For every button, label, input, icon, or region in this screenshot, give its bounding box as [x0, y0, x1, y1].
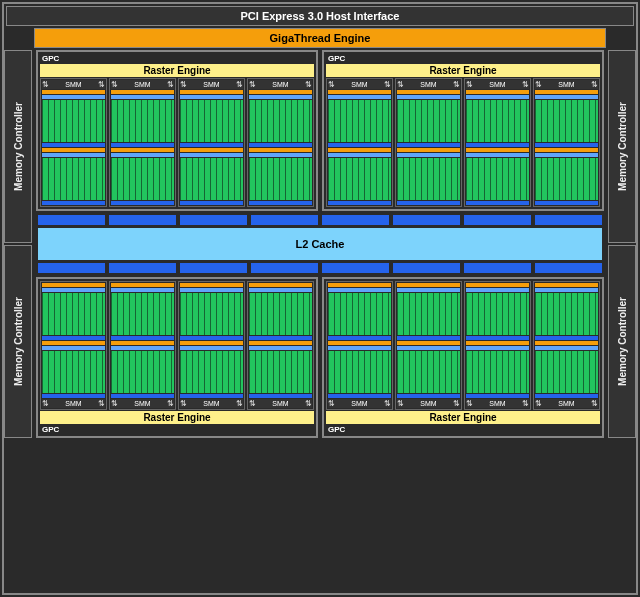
warp-scheduler: [42, 90, 105, 94]
main-region: Memory Controller Memory Controller GPC …: [4, 50, 636, 438]
smm: ⇅SMM⇅: [40, 78, 107, 207]
raster-engine: Raster Engine: [40, 64, 314, 77]
gpu-chip-diagram: PCI Express 3.0 Host Interface GigaThrea…: [2, 2, 638, 595]
gpc: GPC Raster Engine ⇅SMM⇅ ⇅SMM⇅ ⇅SMM⇅ ⇅SMM…: [322, 50, 604, 211]
l2-segments-bottom: [38, 263, 602, 273]
l2-zone: L2 Cache: [32, 211, 608, 277]
pci-interface: PCI Express 3.0 Host Interface: [6, 6, 634, 26]
polymorph-arrow-icon: ⇅: [98, 80, 105, 89]
memory-controller-label: Memory Controller: [13, 297, 24, 386]
cuda-cores: [42, 100, 105, 142]
l2-cache: L2 Cache: [38, 228, 602, 260]
memory-controller: Memory Controller: [4, 50, 32, 243]
warp-scheduler: [42, 148, 105, 152]
gpc: GPC Raster Engine ⇅SMM⇅ ⇅SMM⇅ ⇅SMM⇅ ⇅SMM…: [322, 277, 604, 438]
gpc: GPC Raster Engine ⇅SMM⇅ ⇅SMM⇅ ⇅SMM⇅ ⇅SMM…: [36, 277, 318, 438]
memory-controller: Memory Controller: [608, 50, 636, 243]
memory-controller: Memory Controller: [4, 245, 32, 438]
center-column: GPC Raster Engine ⇅SMM⇅ ⇅SMM⇅: [32, 50, 608, 438]
gpc-row-top: GPC Raster Engine ⇅SMM⇅ ⇅SMM⇅: [32, 50, 608, 211]
gpc-label: GPC: [40, 54, 314, 63]
l1-cache: [42, 201, 105, 205]
memory-controller: Memory Controller: [608, 245, 636, 438]
memory-controllers-left: Memory Controller Memory Controller: [4, 50, 32, 438]
l1-cache: [42, 143, 105, 147]
smm: ⇅SMM⇅: [109, 78, 176, 207]
gpc: GPC Raster Engine ⇅SMM⇅ ⇅SMM⇅: [36, 50, 318, 211]
gpc-row-bottom: GPC Raster Engine ⇅SMM⇅ ⇅SMM⇅ ⇅SMM⇅ ⇅SMM…: [32, 277, 608, 438]
smm-label: SMM: [65, 81, 81, 88]
memory-controllers-right: Memory Controller Memory Controller: [608, 50, 636, 438]
l2-segment: [38, 215, 105, 225]
memory-controller-label: Memory Controller: [13, 102, 24, 191]
smm: ⇅SMM⇅: [178, 78, 245, 207]
l2-segments-top: [38, 215, 602, 225]
register-file: [42, 95, 105, 99]
smm: ⇅SMM⇅: [247, 78, 314, 207]
polymorph-arrow-icon: ⇅: [42, 80, 49, 89]
smm-header: ⇅SMM⇅: [42, 80, 105, 89]
gigathread-engine: GigaThread Engine: [34, 28, 606, 48]
smm-row: ⇅SMM⇅ ⇅SMM⇅ ⇅SMM⇅: [40, 78, 314, 207]
cuda-cores: [42, 158, 105, 200]
register-file: [42, 153, 105, 157]
